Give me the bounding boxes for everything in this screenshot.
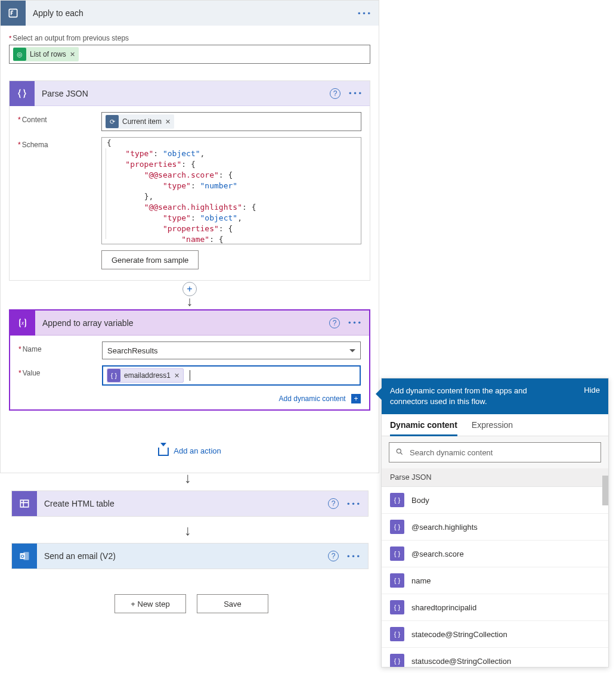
- remove-chip-icon[interactable]: [70, 51, 75, 58]
- select-output-label: Select an output from previous steps: [9, 34, 370, 42]
- apply-to-each-header[interactable]: Apply to each • • •: [1, 1, 379, 26]
- panel-pointer: [376, 388, 382, 400]
- add-dynamic-content-link[interactable]: Add dynamic content +: [10, 392, 369, 409]
- list-of-rows-chip[interactable]: ◎ List of rows: [13, 47, 79, 61]
- append-to-array-card: x Append to array variable ? • • • Name …: [9, 309, 370, 411]
- more-icon[interactable]: • • •: [348, 318, 361, 327]
- dynamic-item-statuscode[interactable]: { }statuscode@StringCollection: [382, 648, 608, 667]
- braces-icon: { }: [390, 520, 404, 534]
- schema-textarea[interactable]: { "type": "object", "properties": { "@@s…: [101, 137, 361, 244]
- add-action-icon: [158, 448, 169, 456]
- append-title: Append to array variable: [35, 318, 329, 328]
- more-icon[interactable]: • • •: [347, 499, 360, 508]
- value-label: Value: [18, 365, 102, 377]
- braces-icon: { }: [390, 573, 404, 588]
- emailaddress1-chip[interactable]: { } emailaddress1: [107, 368, 184, 383]
- dynamic-content-list: { }Body { }@search.highlights { }@search…: [382, 487, 608, 667]
- braces-icon: { }: [107, 369, 120, 382]
- arrow-down-icon: ↓: [184, 522, 191, 539]
- svg-text:O: O: [21, 554, 24, 559]
- loop-icon: ⟳: [106, 115, 119, 128]
- chevron-down-icon: [349, 349, 355, 352]
- send-email-title: Send an email (V2): [37, 551, 328, 561]
- braces-icon: { }: [390, 627, 404, 641]
- more-icon[interactable]: • • •: [358, 9, 370, 18]
- table-icon: [12, 491, 37, 516]
- name-select[interactable]: SearchResults: [102, 341, 361, 359]
- more-icon[interactable]: • • •: [349, 89, 361, 98]
- dynamic-item-name[interactable]: { }name: [382, 567, 608, 594]
- chip-label: Current item: [122, 117, 162, 126]
- more-icon[interactable]: • • •: [347, 552, 360, 561]
- braces-icon: { }: [390, 654, 404, 667]
- dynamic-content-header: Add dynamic content from the apps and co…: [382, 378, 608, 414]
- svg-rect-0: [9, 9, 17, 17]
- variable-icon: x: [10, 310, 35, 336]
- dynamic-item-search-score[interactable]: { }@search.score: [382, 541, 608, 567]
- remove-chip-icon[interactable]: [174, 372, 179, 380]
- dynamic-content-group: Parse JSON: [382, 468, 608, 487]
- dynamic-item-statecode[interactable]: { }statecode@StringCollection: [382, 621, 608, 648]
- arrow-down-icon: ↓: [187, 296, 193, 307]
- arrow-down-icon: ↓: [184, 470, 191, 486]
- search-input[interactable]: Search dynamic content: [389, 442, 601, 462]
- schema-label: Schema: [18, 137, 101, 149]
- current-item-chip[interactable]: ⟳ Current item: [106, 114, 174, 129]
- apply-to-each-card: Apply to each • • • Select an output fro…: [0, 0, 379, 473]
- dataverse-icon: ◎: [13, 48, 26, 61]
- append-header[interactable]: x Append to array variable ? • • •: [10, 310, 369, 336]
- new-step-button[interactable]: + New step: [114, 594, 186, 613]
- dynamic-content-message: Add dynamic content from the apps and co…: [390, 386, 563, 407]
- value-input[interactable]: { } emailaddress1: [102, 365, 361, 386]
- parse-json-title: Parse JSON: [35, 89, 330, 98]
- apply-to-each-title: Apply to each: [26, 8, 358, 18]
- add-an-action-link[interactable]: Add an action: [158, 446, 221, 455]
- tab-dynamic-content[interactable]: Dynamic content: [390, 420, 457, 436]
- plus-icon: +: [351, 394, 361, 403]
- svg-text:x: x: [21, 320, 24, 326]
- text-cursor: [190, 370, 190, 381]
- connector: + ↓: [9, 281, 370, 309]
- search-icon: [395, 448, 404, 458]
- send-email-card[interactable]: O Send an email (V2) ? • • •: [11, 543, 369, 569]
- braces-icon: { }: [390, 547, 404, 561]
- outlook-icon: O: [12, 544, 37, 569]
- content-label: Content: [18, 112, 101, 124]
- chip-label: List of rows: [30, 50, 66, 58]
- svg-point-6: [397, 449, 401, 453]
- save-button[interactable]: Save: [197, 594, 268, 613]
- help-icon[interactable]: ?: [328, 551, 339, 561]
- loop-icon: [1, 1, 26, 26]
- dynamic-content-panel: Add dynamic content from the apps and co…: [381, 378, 609, 667]
- tab-expression[interactable]: Expression: [472, 420, 513, 436]
- remove-chip-icon[interactable]: [165, 118, 171, 126]
- braces-icon: { }: [390, 600, 404, 614]
- dynamic-item-body[interactable]: { }Body: [382, 487, 608, 514]
- parse-json-header[interactable]: Parse JSON ? • • •: [10, 81, 370, 106]
- parse-json-card: Parse JSON ? • • • Content ⟳ Current ite…: [9, 80, 370, 281]
- svg-rect-2: [20, 500, 28, 507]
- scrollbar-thumb[interactable]: [602, 476, 608, 505]
- help-icon[interactable]: ?: [329, 318, 340, 328]
- help-icon[interactable]: ?: [330, 88, 340, 99]
- chip-label: emailaddress1: [124, 371, 171, 380]
- help-icon[interactable]: ?: [328, 498, 339, 509]
- braces-icon: [10, 81, 35, 106]
- content-input[interactable]: ⟳ Current item: [101, 112, 361, 131]
- dynamic-item-sharedtoprincipalid[interactable]: { }sharedtoprincipalid: [382, 594, 608, 621]
- braces-icon: { }: [390, 493, 404, 507]
- select-output-input[interactable]: ◎ List of rows: [9, 45, 370, 64]
- create-html-table-card[interactable]: Create HTML table ? • • •: [11, 490, 369, 517]
- svg-rect-4: [23, 552, 29, 560]
- dynamic-item-search-highlights[interactable]: { }@search.highlights: [382, 514, 608, 541]
- generate-from-sample-button[interactable]: Generate from sample: [101, 250, 199, 269]
- create-html-title: Create HTML table: [37, 499, 328, 508]
- hide-link[interactable]: Hide: [584, 386, 600, 407]
- name-label: Name: [18, 341, 102, 353]
- search-placeholder: Search dynamic content: [410, 448, 493, 457]
- name-value: SearchResults: [107, 346, 158, 355]
